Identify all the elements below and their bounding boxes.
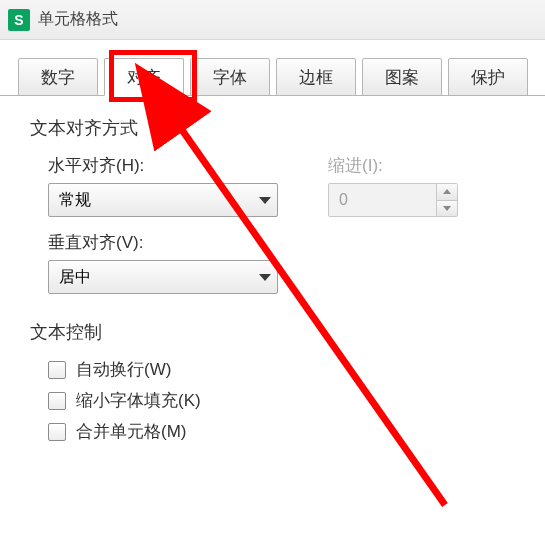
section-text-control: 文本控制 bbox=[30, 320, 545, 344]
indent-spinner[interactable]: 0 bbox=[328, 183, 458, 217]
h-align-combo[interactable]: 常规 bbox=[48, 183, 278, 217]
indent-label: 缩进(I): bbox=[328, 154, 458, 177]
titlebar: S 单元格格式 bbox=[0, 0, 545, 40]
wrap-label: 自动换行(W) bbox=[76, 358, 171, 381]
spinner-buttons bbox=[436, 184, 457, 216]
tab-align[interactable]: 对齐 bbox=[104, 58, 184, 96]
app-icon: S bbox=[8, 9, 30, 31]
tab-number[interactable]: 数字 bbox=[18, 58, 98, 96]
tab-font[interactable]: 字体 bbox=[190, 58, 270, 96]
v-align-value: 居中 bbox=[59, 267, 91, 288]
tab-border[interactable]: 边框 bbox=[276, 58, 356, 96]
spinner-up-button[interactable] bbox=[437, 184, 457, 201]
shrink-checkbox[interactable] bbox=[48, 392, 66, 410]
chevron-up-icon bbox=[443, 189, 451, 194]
window-title: 单元格格式 bbox=[38, 9, 118, 30]
shrink-label: 缩小字体填充(K) bbox=[76, 389, 201, 412]
chevron-down-icon bbox=[443, 206, 451, 211]
v-align-combo[interactable]: 居中 bbox=[48, 260, 278, 294]
chevron-down-icon bbox=[259, 274, 271, 281]
h-align-label: 水平对齐(H): bbox=[48, 154, 278, 177]
merge-checkbox[interactable] bbox=[48, 423, 66, 441]
merge-label: 合并单元格(M) bbox=[76, 420, 186, 443]
spinner-down-button[interactable] bbox=[437, 201, 457, 217]
v-align-label: 垂直对齐(V): bbox=[48, 231, 545, 254]
content-area: 文本对齐方式 水平对齐(H): 常规 缩进(I): 0 垂直对齐(V): 居中 bbox=[0, 95, 545, 443]
h-align-value: 常规 bbox=[59, 190, 91, 211]
tab-bar: 数字 对齐 字体 边框 图案 保护 bbox=[18, 58, 545, 96]
chevron-down-icon bbox=[259, 197, 271, 204]
tab-protect[interactable]: 保护 bbox=[448, 58, 528, 96]
tab-pattern[interactable]: 图案 bbox=[362, 58, 442, 96]
section-text-align: 文本对齐方式 bbox=[30, 116, 545, 140]
indent-value: 0 bbox=[339, 191, 348, 209]
wrap-checkbox[interactable] bbox=[48, 361, 66, 379]
